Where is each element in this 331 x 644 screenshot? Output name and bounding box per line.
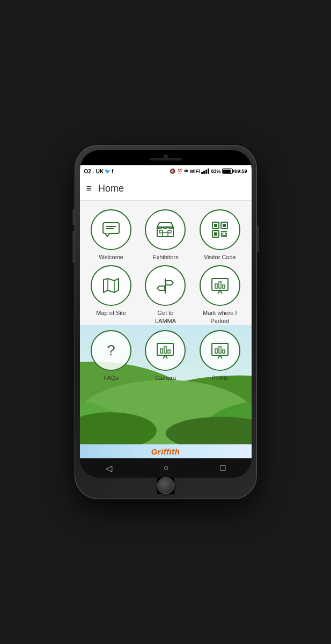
chart-icon-circle	[200, 265, 240, 306]
svg-rect-27	[223, 285, 225, 288]
page-title: Home	[98, 183, 124, 194]
twitter-icon: 🐦	[105, 169, 111, 174]
svg-rect-5	[159, 230, 163, 233]
map-icon	[100, 274, 122, 297]
svg-rect-14	[223, 231, 225, 232]
visitor-code-label: Visitor Code	[204, 253, 236, 261]
ad-banner[interactable]: Griffith	[80, 444, 252, 458]
app-content: Welcome	[80, 201, 252, 458]
icon-grid: Welcome	[80, 201, 252, 325]
profile-chart-icon	[209, 339, 231, 362]
question-icon: ?	[100, 339, 122, 362]
svg-rect-13	[221, 231, 223, 232]
carrier-label: O2 - UK	[84, 169, 104, 174]
exhibitors-label: Exhibitors	[152, 253, 178, 261]
home-button-nav[interactable]: ○	[164, 463, 169, 473]
mark-parked-item[interactable]: Mark where I Parked	[195, 265, 245, 325]
home-button-physical[interactable]	[157, 477, 174, 494]
svg-rect-8	[214, 224, 217, 227]
svg-rect-16	[221, 233, 223, 235]
camera-label: Camera	[155, 374, 176, 382]
svg-rect-6	[168, 230, 171, 233]
get-to-lamma-label: Get to LAMMA	[155, 309, 176, 325]
grid-area: Welcome	[80, 201, 252, 458]
svg-rect-25	[215, 284, 217, 288]
profile-icon-circle	[200, 330, 240, 371]
directions-icon	[154, 274, 176, 297]
status-bar: O2 - UK 🐦 f 🔇 ⏰ 👁 WiFi 83% 0	[80, 165, 252, 177]
app-header: ≡ Home	[80, 177, 252, 201]
camera-chart-icon	[154, 339, 176, 362]
phone-screen: O2 - UK 🐦 f 🔇 ⏰ 👁 WiFi 83% 0	[80, 150, 252, 478]
svg-rect-20	[225, 235, 227, 237]
speaker-grille	[150, 158, 182, 160]
svg-rect-43	[168, 350, 170, 353]
chart-presentation-icon	[209, 274, 231, 297]
welcome-item[interactable]: Welcome	[86, 209, 136, 261]
faqs-label: FAQs	[104, 374, 119, 382]
alarm-icon: ⏰	[177, 169, 182, 174]
phone-top-bezel	[80, 150, 252, 165]
svg-rect-17	[225, 233, 227, 235]
bottom-icon-grid: ? FAQs	[80, 330, 252, 382]
faqs-icon-circle: ?	[91, 330, 131, 371]
mute-icon: 🔇	[170, 169, 175, 174]
chat-icon	[100, 218, 122, 241]
svg-rect-42	[164, 347, 166, 353]
map-of-site-item[interactable]: Map of Site	[86, 265, 136, 325]
svg-rect-4	[163, 232, 168, 237]
time-label: 09:59	[234, 169, 247, 174]
battery-percent: 83%	[211, 169, 220, 174]
phone-frame: O2 - UK 🐦 f 🔇 ⏰ 👁 WiFi 83% 0	[75, 145, 257, 499]
visitor-code-icon-circle	[200, 209, 240, 250]
battery-icon	[222, 169, 233, 174]
exhibitors-icon-circle	[145, 209, 186, 250]
mark-parked-label: Mark where I Parked	[195, 309, 245, 325]
svg-text:?: ?	[107, 342, 115, 358]
status-left: O2 - UK 🐦 f	[84, 169, 114, 174]
profile-item[interactable]: Profile	[195, 330, 245, 382]
wifi-icon: WiFi	[190, 169, 200, 174]
status-right: 🔇 ⏰ 👁 WiFi 83% 09:59	[170, 169, 247, 174]
svg-rect-12	[214, 232, 217, 236]
svg-rect-41	[160, 349, 163, 353]
eye-icon: 👁	[184, 169, 188, 174]
get-to-lamma-item[interactable]: Get to LAMMA	[141, 265, 190, 325]
profile-label: Profile	[211, 374, 228, 382]
qr-icon	[209, 218, 231, 241]
camera-icon-circle	[145, 330, 186, 371]
svg-rect-26	[219, 282, 221, 288]
facebook-icon: f	[112, 169, 113, 174]
svg-rect-10	[223, 224, 226, 227]
svg-rect-18	[221, 235, 223, 237]
home-button-area	[157, 478, 174, 494]
landscape-bg: ? FAQs	[80, 325, 252, 444]
svg-rect-48	[215, 349, 217, 353]
svg-rect-50	[223, 350, 225, 353]
welcome-icon-circle	[91, 209, 131, 250]
map-of-site-label: Map of Site	[96, 309, 126, 317]
welcome-label: Welcome	[99, 253, 123, 261]
svg-rect-19	[223, 235, 225, 237]
svg-rect-15	[225, 231, 227, 232]
menu-button[interactable]: ≡	[86, 183, 92, 194]
visitor-code-item[interactable]: Visitor Code	[195, 209, 245, 261]
faqs-item[interactable]: ? FAQs	[86, 330, 136, 382]
signal-bars	[201, 169, 209, 174]
ad-text: Griffith	[151, 447, 180, 456]
camera-item[interactable]: Camera	[141, 330, 190, 382]
store-icon	[154, 218, 176, 241]
nav-bar: ◁ ○ □	[80, 458, 252, 478]
exhibitors-item[interactable]: Exhibitors	[141, 209, 190, 261]
back-button[interactable]: ◁	[106, 463, 112, 473]
recent-button[interactable]: □	[220, 463, 226, 473]
svg-rect-49	[219, 347, 221, 353]
directions-icon-circle	[145, 265, 186, 306]
map-icon-circle	[91, 265, 131, 306]
